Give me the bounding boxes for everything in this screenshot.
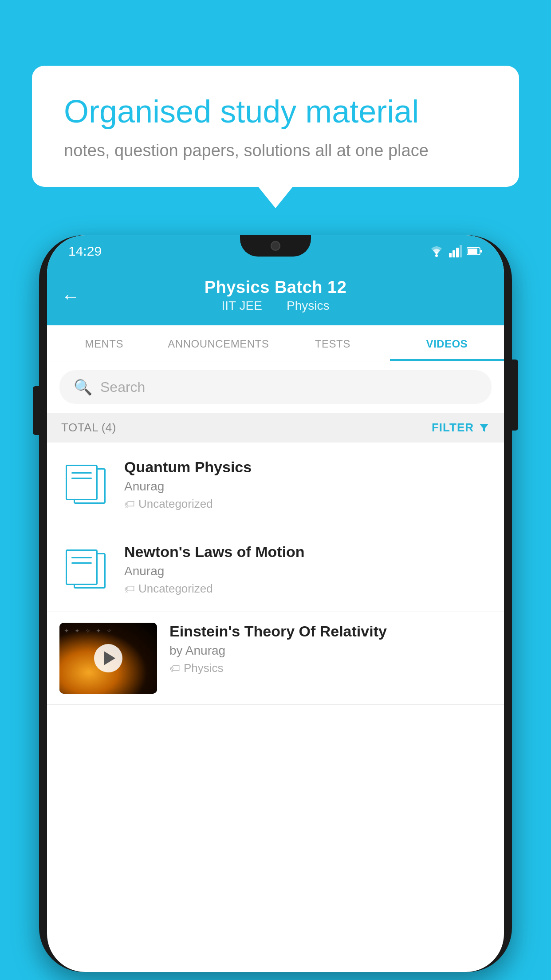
camera-dot bbox=[271, 241, 280, 251]
filter-bar: TOTAL (4) FILTER bbox=[47, 413, 504, 443]
tab-tests[interactable]: TESTS bbox=[276, 325, 390, 361]
video-tag-1: 🏷 Uncategorized bbox=[124, 497, 492, 511]
tab-videos[interactable]: VIDEOS bbox=[390, 325, 504, 361]
search-input-wrap[interactable]: 🔍 Search bbox=[59, 370, 492, 404]
einstein-info: Einstein's Theory Of Relativity by Anura… bbox=[169, 623, 492, 675]
svg-rect-3 bbox=[456, 248, 459, 257]
signal-icon bbox=[449, 245, 462, 257]
video-list: Quantum Physics Anurag 🏷 Uncategorized bbox=[47, 443, 504, 705]
speech-bubble: Organised study material notes, question… bbox=[32, 66, 519, 187]
video-info-2: Newton's Laws of Motion Anurag 🏷 Uncateg… bbox=[124, 543, 492, 596]
video-title-2: Newton's Laws of Motion bbox=[124, 543, 492, 561]
tab-announcements[interactable]: ANNOUNCEMENTS bbox=[161, 325, 276, 361]
header-subtitle: IIT JEE Physics bbox=[216, 299, 335, 313]
svg-point-0 bbox=[435, 254, 438, 257]
filter-button[interactable]: FILTER bbox=[432, 421, 490, 435]
video-author-2: Anurag bbox=[124, 564, 492, 578]
status-bar: 14:29 bbox=[47, 235, 504, 267]
svg-rect-2 bbox=[453, 250, 455, 257]
einstein-thumbnail bbox=[59, 623, 157, 694]
video-author-1: Anurag bbox=[124, 479, 492, 494]
tabs-bar: MENTS ANNOUNCEMENTS TESTS VIDEOS bbox=[47, 325, 504, 361]
einstein-title: Einstein's Theory Of Relativity bbox=[169, 623, 492, 640]
phone-outer: 14:29 bbox=[39, 235, 512, 972]
svg-rect-4 bbox=[460, 245, 462, 257]
search-placeholder: Search bbox=[100, 379, 145, 395]
notch bbox=[240, 235, 311, 257]
folder-icon-1 bbox=[66, 466, 106, 504]
video-item-3[interactable]: Einstein's Theory Of Relativity by Anura… bbox=[47, 612, 504, 705]
bubble-title: Organised study material bbox=[64, 92, 487, 130]
tag-icon-1: 🏷 bbox=[124, 498, 135, 510]
folder-icon-2 bbox=[66, 550, 106, 589]
video-item-1[interactable]: Quantum Physics Anurag 🏷 Uncategorized bbox=[47, 443, 504, 527]
app-header: ← Physics Batch 12 IIT JEE Physics bbox=[47, 267, 504, 325]
play-button[interactable] bbox=[94, 644, 122, 672]
search-container: 🔍 Search bbox=[47, 361, 504, 413]
status-time: 14:29 bbox=[68, 244, 102, 259]
total-label: TOTAL (4) bbox=[61, 421, 116, 435]
header-tag2: Physics bbox=[287, 299, 329, 312]
video-thumb-2 bbox=[59, 543, 112, 596]
play-icon bbox=[104, 651, 115, 665]
svg-rect-7 bbox=[480, 250, 482, 253]
video-title-1: Quantum Physics bbox=[124, 458, 492, 476]
filter-icon bbox=[478, 422, 490, 434]
einstein-author: by Anurag bbox=[169, 644, 492, 658]
back-button[interactable]: ← bbox=[61, 286, 80, 307]
bubble-subtitle: notes, question papers, solutions all at… bbox=[64, 141, 487, 160]
filter-label: FILTER bbox=[432, 421, 474, 435]
svg-rect-1 bbox=[449, 253, 452, 257]
header-title: Physics Batch 12 bbox=[205, 278, 347, 297]
search-icon: 🔍 bbox=[74, 378, 92, 396]
svg-rect-6 bbox=[468, 249, 477, 254]
header-tag1: IIT JEE bbox=[222, 299, 262, 312]
tag-icon-2: 🏷 bbox=[124, 583, 135, 595]
page-front-2 bbox=[66, 549, 98, 585]
page-front-1 bbox=[66, 465, 98, 500]
einstein-tag: 🏷 Physics bbox=[169, 661, 492, 675]
video-item-2[interactable]: Newton's Laws of Motion Anurag 🏷 Uncateg… bbox=[47, 527, 504, 612]
tag-icon-3: 🏷 bbox=[169, 662, 180, 675]
wifi-icon bbox=[429, 245, 445, 257]
phone-screen: 14:29 bbox=[47, 235, 504, 972]
video-thumb-1 bbox=[59, 458, 112, 511]
video-tag-2: 🏷 Uncategorized bbox=[124, 582, 492, 596]
status-icons bbox=[429, 245, 483, 257]
tab-ments[interactable]: MENTS bbox=[47, 325, 161, 361]
video-info-1: Quantum Physics Anurag 🏷 Uncategorized bbox=[124, 458, 492, 511]
phone-wrapper: 14:29 bbox=[39, 235, 512, 972]
battery-icon bbox=[467, 247, 483, 256]
